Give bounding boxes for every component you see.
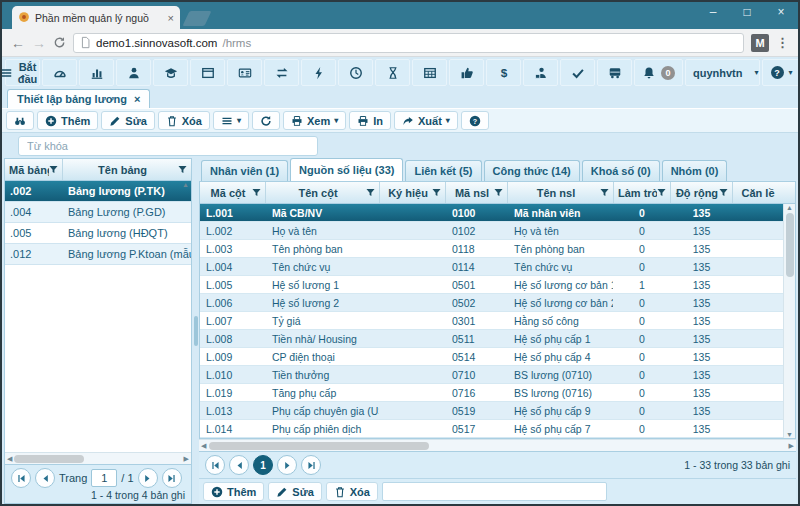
reload-icon[interactable] [53,36,66,49]
scroll-left-icon[interactable]: ◀ [201,442,206,450]
prev-page-button[interactable] [229,455,249,475]
page-number-input[interactable] [91,469,117,487]
scrollbar-thumb[interactable] [209,442,429,450]
list-options-button[interactable]: ▾ [213,111,249,130]
detail-tab-4[interactable]: Khoá số (0) [582,160,660,181]
view-button[interactable]: Xem▾ [283,111,346,130]
toolbar-dashboard-gauge-button[interactable] [42,59,77,86]
search-input[interactable] [18,136,318,156]
refresh-button[interactable] [252,111,280,130]
table-row[interactable]: L.007Tỷ giá0301Hằng số công0135 [200,312,783,330]
browser-menu-icon[interactable]: ⋮ [776,35,789,50]
toolbar-person-button[interactable] [116,59,151,86]
filter-icon[interactable] [252,188,261,197]
find-button[interactable] [6,111,34,130]
column-header[interactable]: Căn lề [733,182,783,203]
toolbar-sync-bolt-button[interactable] [301,59,336,86]
add-button[interactable]: Thêm [37,111,98,130]
detail-tab-3[interactable]: Công thức (14) [484,160,580,181]
scroll-up-icon[interactable]: ▲ [786,204,793,211]
table-row[interactable]: L.010Tiền thưởng0710BS lương (0710)0135 [200,366,783,384]
start-menu-button[interactable]: Bắt đầu ▾ [5,59,40,86]
tab-close-icon[interactable]: × [168,12,174,24]
table-row[interactable]: L.019Tăng phụ cấp0716BS lương (0716)0135 [200,384,783,402]
help-menu-button[interactable]: ? ▾ [762,59,800,86]
table-row[interactable]: .005Bảng lương (HĐQT) [5,223,191,244]
column-header[interactable]: Mã cột [200,182,266,203]
notifications-button[interactable]: 0 [634,59,683,86]
filter-icon[interactable] [49,165,58,174]
user-menu-button[interactable]: quynhvtn ▾ [685,59,760,86]
filter-icon[interactable] [178,165,187,174]
prev-page-button[interactable] [35,468,55,488]
table-row[interactable]: L.001Mã CB/NV0100Mã nhân viên0135 [200,204,783,222]
edit-button[interactable]: Sửa [101,111,154,130]
filter-icon[interactable] [432,188,441,197]
table-row[interactable]: L.013Phụ cấp chuyên gia (USD)0519Hệ số p… [200,402,783,420]
next-page-button[interactable] [277,455,297,475]
column-header-ma-bang[interactable]: Mã bảng [5,159,63,180]
right-horizontal-scrollbar[interactable]: ◀ ▶ [199,439,796,451]
back-icon[interactable]: ← [11,36,25,50]
toolbar-app-window-button[interactable] [190,59,225,86]
detail-tab-5[interactable]: Nhóm (0) [662,160,728,181]
detail-delete-button[interactable]: Xóa [326,482,378,501]
left-horizontal-scrollbar[interactable]: ◀ ▶ [5,452,191,464]
column-header[interactable]: Tên nsl [508,182,614,203]
scroll-down-icon[interactable]: ▼ [786,431,793,438]
toolbar-clock-button[interactable] [338,59,373,86]
toolbar-bar-chart-button[interactable] [79,59,114,86]
table-row[interactable]: L.014Phụ cấp phiên dịch0517Hệ số phụ cấp… [200,420,783,438]
detail-edit-button[interactable]: Sửa [268,482,321,501]
minimize-button[interactable]: – [696,2,730,22]
export-button[interactable]: Xuất▾ [394,111,458,130]
last-page-button[interactable] [162,468,182,488]
column-header[interactable]: Làm tròn [614,182,671,203]
help-button[interactable]: ? [461,111,489,130]
scroll-right-icon[interactable]: ▶ [184,455,189,463]
toolbar-thumbs-up-button[interactable] [449,59,484,86]
doc-tab-close-icon[interactable]: × [134,93,140,105]
toolbar-graduation-cap-button[interactable] [153,59,188,86]
next-page-button[interactable] [138,468,158,488]
column-header[interactable]: Ký hiệu [380,182,446,203]
table-row[interactable]: .002Bảng lương (P.TK) [5,181,191,202]
detail-input[interactable] [382,482,607,501]
first-page-button[interactable] [205,455,225,475]
close-button[interactable]: × [764,2,798,22]
table-row[interactable]: L.006Hệ số lương 20502Hệ số lương cơ bản… [200,294,783,312]
toolbar-bus-button[interactable] [597,59,632,86]
toolbar-id-card-button[interactable] [227,59,262,86]
new-tab-button[interactable] [183,11,212,26]
filter-icon[interactable] [657,188,666,197]
table-row[interactable]: L.009CP điện thoại0514Hệ số phụ cấp 4013… [200,348,783,366]
filter-icon[interactable] [600,188,609,197]
toolbar-dollar-button[interactable]: $ [486,59,521,86]
maximize-button[interactable]: □ [730,2,764,22]
scrollbar-thumb[interactable] [786,213,794,277]
table-row[interactable]: L.002Họ và tên0102Họ và tên0135 [200,222,783,240]
scrollbar-thumb[interactable] [14,455,84,463]
filter-icon[interactable] [366,188,375,197]
detail-tab-0[interactable]: Nhân viên (1) [201,160,288,181]
filter-icon[interactable] [719,188,728,197]
column-header[interactable]: Tên cột [266,182,380,203]
column-header-ten-bang[interactable]: Tên bảng [63,159,191,180]
delete-button[interactable]: Xóa [158,111,210,130]
detail-tab-1[interactable]: Nguồn số liệu (33) [290,158,403,181]
detail-tab-2[interactable]: Liên kết (5) [405,160,481,181]
column-header[interactable]: Mã nsl [446,182,508,203]
table-row[interactable]: L.004Tên chức vụ0114Tên chức vụ0135 [200,258,783,276]
table-row[interactable]: L.005Hệ số lương 10501Hệ số lương cơ bản… [200,276,783,294]
column-header[interactable]: Độ rộng [671,182,733,203]
browser-tab[interactable]: Phần mềm quản lý nguồ × [12,6,180,29]
document-tab-payroll-setup[interactable]: Thiết lập bảng lương × [7,89,150,108]
page-1-button[interactable]: 1 [253,455,273,475]
toolbar-person-badge-button[interactable] [523,59,558,86]
print-button[interactable]: In [349,111,391,130]
toolbar-hourglass-button[interactable] [375,59,410,86]
right-vertical-scrollbar[interactable]: ▲ ▼ [783,204,795,438]
first-page-button[interactable] [11,468,31,488]
table-row[interactable]: .012Bảng lương P.Ktoan (mẫu dùng để test… [5,244,191,265]
table-row[interactable]: L.008Tiền nhà/ Housing0511Hệ số phụ cấp … [200,330,783,348]
